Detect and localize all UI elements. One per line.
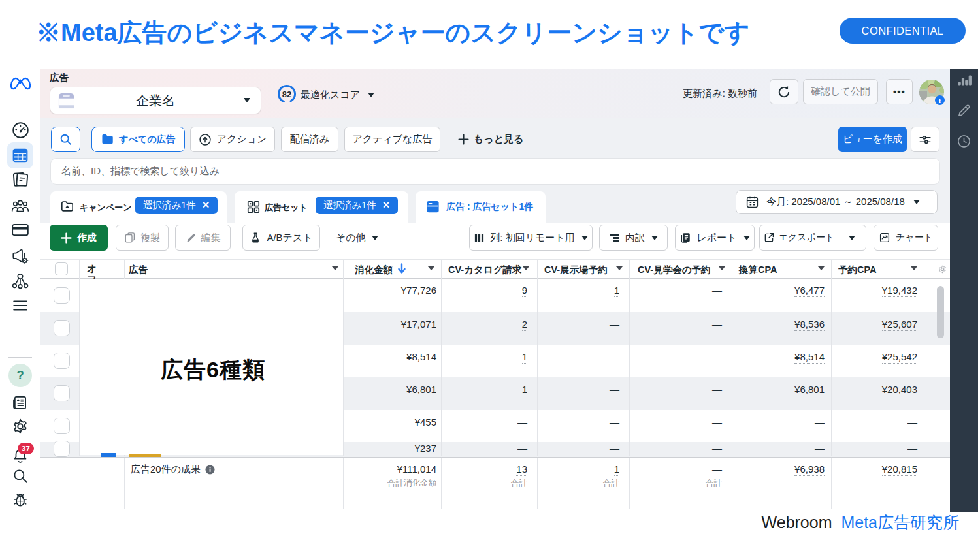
svg-text:f: f — [939, 97, 941, 104]
svg-text:82: 82 — [282, 89, 291, 99]
